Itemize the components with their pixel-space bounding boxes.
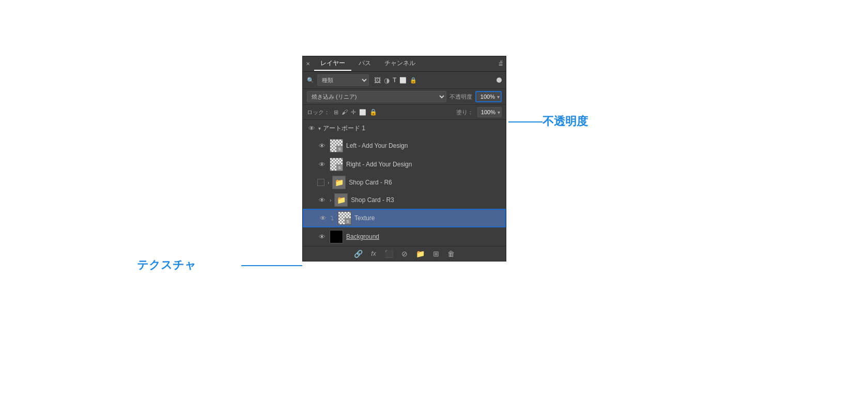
lock-row: ロック： ⊞ 🖌 ✛ ⬜ 🔒 塗り： ▾ xyxy=(303,105,506,120)
layer-thumbnail: S xyxy=(338,211,351,225)
layer-row-texture[interactable]: 👁 ⤵ S Texture xyxy=(303,209,506,227)
lock-brush-icon[interactable]: 🖌 xyxy=(342,109,348,116)
layer-thumbnail: 📁 xyxy=(334,193,348,207)
lock-filter-icon[interactable]: 🔒 xyxy=(410,77,417,84)
layer-thumbnail xyxy=(330,230,343,243)
shape-filter-icon[interactable]: ⬜ xyxy=(399,77,407,84)
layer-row[interactable]: 👁 S Left - Add Your Design xyxy=(303,136,506,155)
opacity-chevron-icon[interactable]: ▾ xyxy=(496,94,501,100)
layer-name: Shop Card - R6 xyxy=(349,179,502,186)
adjustment-icon[interactable]: ⊘ xyxy=(401,250,408,258)
opacity-input-wrap: ▾ xyxy=(475,91,502,102)
circle-filter-icon[interactable]: ◑ xyxy=(384,76,390,84)
layer-visibility-icon[interactable]: 👁 xyxy=(318,214,328,222)
layer-thumbnail: S xyxy=(330,139,343,152)
layer-visibility-icon[interactable]: 👁 xyxy=(317,196,327,204)
layers-panel: ✕ レイヤー パス チャンネル ≡ « 🔍 種類 🖼 ◑ T ⬜ 🔒 焼き込み … xyxy=(302,56,506,261)
opacity-annotation-line xyxy=(508,121,542,122)
artboard-visibility-icon[interactable]: 👁 xyxy=(307,125,316,132)
filter-dot xyxy=(497,78,502,83)
layer-name: Texture xyxy=(354,214,501,222)
layer-thumbnail: 📁 xyxy=(332,176,346,189)
group-expand-icon[interactable]: › xyxy=(330,197,331,203)
fill-chevron-icon[interactable]: ▾ xyxy=(497,110,501,115)
search-icon: 🔍 xyxy=(307,77,314,84)
add-layer-icon[interactable]: ⊞ xyxy=(433,250,439,258)
panel-collapse-icon[interactable]: « xyxy=(500,58,503,64)
link-icon[interactable]: 🔗 xyxy=(354,250,363,258)
filter-type-select[interactable]: 種類 xyxy=(317,74,369,86)
texture-annotation-label: テクスチャ xyxy=(137,257,196,273)
layer-name: Shop Card - R3 xyxy=(351,196,502,204)
tab-paths[interactable]: パス xyxy=(352,57,377,71)
fx-icon[interactable]: fx xyxy=(371,250,376,257)
layer-row[interactable]: 👁 › 📁 Shop Card - R3 xyxy=(303,191,506,209)
tab-layers[interactable]: レイヤー xyxy=(314,57,351,71)
opacity-label: 不透明度 xyxy=(450,93,472,101)
layer-name: Right - Add Your Design xyxy=(346,161,502,168)
panel-tabs: レイヤー パス チャンネル xyxy=(314,57,499,71)
artboard-expand-icon[interactable]: ▾ xyxy=(318,126,321,131)
group-expand-icon[interactable]: › xyxy=(328,180,329,186)
layer-visibility-icon[interactable]: 👁 xyxy=(317,142,327,150)
lock-icons: ⊞ 🖌 ✛ ⬜ 🔒 xyxy=(334,109,377,116)
opacity-annotation-label: 不透明度 xyxy=(542,114,588,129)
layers-list: 👁 ▾ アートボード 1 👁 S Left - Add Your Design … xyxy=(303,120,506,246)
layer-visibility-checkbox[interactable] xyxy=(317,179,324,186)
layer-visibility-icon[interactable]: 👁 xyxy=(317,233,327,241)
tab-channels[interactable]: チャンネル xyxy=(378,57,422,71)
layer-name: Left - Add Your Design xyxy=(346,142,502,149)
lock-label: ロック： xyxy=(307,109,330,116)
blend-mode-row: 焼き込み (リニア) 不透明度 ▾ xyxy=(303,89,506,105)
image-filter-icon[interactable]: 🖼 xyxy=(374,76,381,84)
layer-name: Background xyxy=(346,233,502,240)
lock-grid-icon[interactable]: ⊞ xyxy=(334,109,338,116)
layer-visibility-icon[interactable]: 👁 xyxy=(317,161,327,168)
filter-row: 🔍 種類 🖼 ◑ T ⬜ 🔒 xyxy=(303,72,506,89)
mask-icon[interactable]: ⬛ xyxy=(384,250,393,258)
lock-move-icon[interactable]: ✛ xyxy=(351,109,356,116)
artboard-row[interactable]: 👁 ▾ アートボード 1 xyxy=(303,120,506,136)
panel-footer: 🔗 fx ⬛ ⊘ 📁 ⊞ 🗑 xyxy=(303,246,506,261)
fill-input[interactable] xyxy=(478,109,497,115)
layer-row[interactable]: 👁 S Right - Add Your Design xyxy=(303,155,506,174)
text-filter-icon[interactable]: T xyxy=(393,76,396,84)
lock-artboard-icon[interactable]: ⬜ xyxy=(359,109,366,116)
layer-row[interactable]: › 📁 Shop Card - R6 xyxy=(303,174,506,191)
folder-icon[interactable]: 📁 xyxy=(416,250,425,258)
fill-input-wrap: ▾ xyxy=(477,107,502,117)
lock-padlock-icon[interactable]: 🔒 xyxy=(369,109,377,116)
texture-annotation-line xyxy=(241,265,302,266)
close-icon[interactable]: ✕ xyxy=(306,61,310,67)
delete-layer-icon[interactable]: 🗑 xyxy=(447,250,455,258)
layer-thumbnail: S xyxy=(330,158,343,171)
opacity-input[interactable] xyxy=(476,94,496,100)
artboard-label: アートボード 1 xyxy=(323,124,365,133)
layer-row-background[interactable]: 👁 Background xyxy=(303,227,506,246)
fill-label: 塗り： xyxy=(456,109,473,116)
filter-icons: 🖼 ◑ T ⬜ 🔒 xyxy=(374,76,417,84)
clip-icon: ⤵ xyxy=(331,215,334,221)
blend-mode-select[interactable]: 焼き込み (リニア) xyxy=(307,91,446,102)
panel-titlebar: ✕ レイヤー パス チャンネル ≡ « xyxy=(303,56,506,72)
